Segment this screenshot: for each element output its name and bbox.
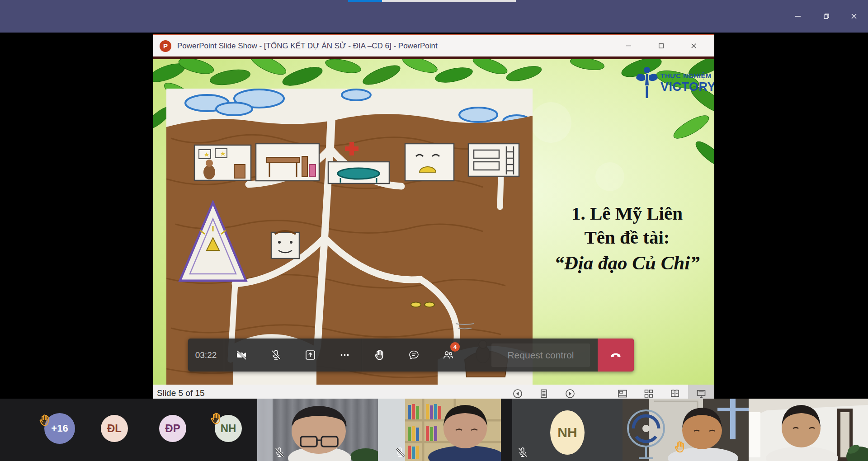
share-button[interactable]: [293, 339, 327, 372]
close-icon: [850, 12, 858, 20]
pp-minimize-button[interactable]: [612, 35, 645, 56]
mic-off-button[interactable]: [259, 339, 293, 372]
muted-mic-icon: [517, 447, 528, 458]
muted-mic-icon: [394, 447, 406, 458]
slide-text-block: 1. Lê Mỹ Liên Tên đề tài: “Địa đạo Củ Ch…: [543, 203, 711, 274]
raise-hand-icon: [373, 349, 386, 361]
participant-avatar-nh-large: NH: [550, 410, 585, 455]
reading-view-icon: [670, 388, 680, 399]
chat-button[interactable]: [396, 339, 431, 372]
request-control-button[interactable]: Request control: [491, 343, 590, 367]
restore-icon: [822, 12, 830, 20]
close-icon: [690, 42, 698, 50]
topic-label-line: Tên đề tài:: [543, 227, 711, 248]
video-tile-bright-room[interactable]: [749, 399, 868, 461]
screen-share-stage: P PowerPoint Slide Show - [TỔNG KẾT DỰ Á…: [0, 33, 868, 461]
participant-avatar-dl[interactable]: ĐL: [101, 415, 128, 442]
video-tile-nh[interactable]: NH: [512, 399, 623, 461]
share-icon: [304, 349, 316, 361]
video-feed: [749, 399, 868, 461]
meeting-timer: 03:22: [188, 339, 224, 372]
previous-icon: [512, 388, 523, 399]
menu-icon: [538, 388, 549, 399]
participants-count-badge: 4: [450, 342, 460, 352]
logo-text: THỰC NGHIỆM VICTORY: [660, 72, 714, 103]
camera-off-icon: [236, 349, 248, 361]
normal-view-icon: [617, 388, 628, 399]
participant-avatar-dp[interactable]: ĐP: [159, 415, 186, 442]
minimize-icon: [794, 12, 802, 20]
background-window-edge-grey: [382, 0, 516, 2]
raise-hand-button[interactable]: [362, 339, 396, 372]
powerpoint-titlebar: P PowerPoint Slide Show - [TỔNG KẾT DỰ Á…: [153, 35, 714, 56]
slide-indicator: Slide 5 of 15: [157, 388, 205, 398]
camera-off-button[interactable]: [224, 339, 259, 372]
next-icon: [565, 388, 576, 399]
raised-hand-emoji: [673, 440, 687, 454]
background-window-edge-blue: [348, 0, 382, 2]
logo-line1: THỰC NGHIỆM: [660, 72, 714, 80]
more-options-button[interactable]: [327, 339, 362, 372]
minimize-icon: [625, 42, 632, 50]
participants-strip: +16 ĐL ĐP NH: [0, 399, 868, 461]
meeting-control-bar: 03:22 4 Request control: [188, 339, 634, 372]
video-tile-girl-bookshelf[interactable]: [378, 399, 501, 461]
raised-hand-emoji: [209, 412, 223, 425]
presenter-name-line: 1. Lê Mỹ Liên: [543, 203, 711, 224]
school-logo: THỰC NGHIỆM VICTORY: [635, 65, 714, 103]
teams-minimize-button[interactable]: [784, 0, 812, 33]
raised-hand-emoji: [38, 414, 52, 427]
more-options-icon: [339, 349, 351, 361]
slideshow-icon: [696, 388, 707, 399]
muted-mic-icon: [274, 447, 285, 458]
video-tile-fan[interactable]: [623, 399, 749, 461]
teams-close-button[interactable]: [840, 0, 868, 33]
participants-button[interactable]: 4: [431, 339, 465, 372]
powerpoint-window-title: PowerPoint Slide Show - [TỔNG KẾT DỰ ÁN …: [177, 42, 438, 51]
slide: 1. Lê Mỹ Liên Tên đề tài: “Địa đạo Củ Ch…: [153, 56, 714, 385]
video-tile-boy[interactable]: [257, 399, 378, 461]
logo-line2: VICTORY: [660, 80, 714, 94]
topic-title-line: “Địa đạo Củ Chi”: [543, 252, 711, 274]
teams-restore-button[interactable]: [812, 0, 840, 33]
chat-icon: [408, 349, 420, 361]
screen: P PowerPoint Slide Show - [TỔNG KẾT DỰ Á…: [0, 0, 868, 461]
pp-maximize-button[interactable]: [645, 35, 677, 56]
teams-window-controls: [784, 0, 868, 33]
slide-sorter-icon: [643, 388, 654, 399]
pp-close-button[interactable]: [677, 35, 710, 56]
mic-off-icon: [270, 349, 282, 361]
winged-figure-icon: [635, 65, 659, 103]
hang-up-button[interactable]: [598, 339, 634, 372]
teams-window-titlebar: [0, 0, 868, 33]
hang-up-icon: [609, 348, 623, 362]
powerpoint-app-icon: P: [160, 40, 171, 52]
powerpoint-window-controls: [612, 35, 710, 56]
maximize-icon: [657, 42, 665, 50]
